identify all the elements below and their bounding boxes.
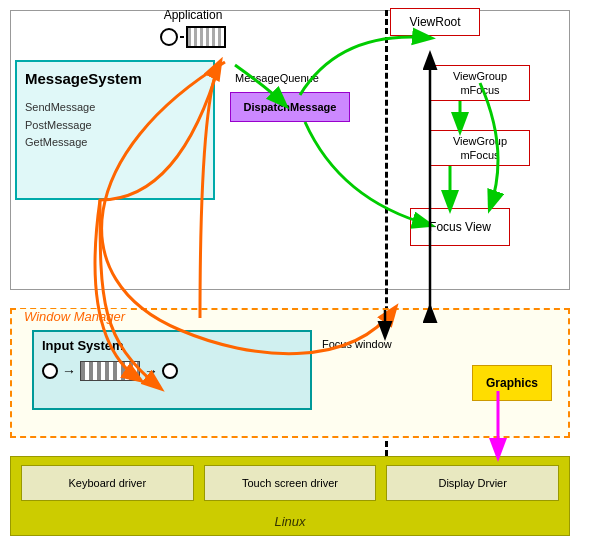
keyboard-driver-box: Keyboard driver: [21, 465, 194, 501]
message-queue-label: MessageQuenue: [235, 72, 319, 84]
input-arrow2: →: [144, 363, 158, 379]
app-rect-icon: [186, 26, 226, 48]
application-label: Application: [164, 8, 223, 22]
focus-window-label: Focus window: [322, 338, 392, 350]
app-circle-icon: [160, 28, 178, 46]
linux-section: Keyboard driver Touch screen driver Disp…: [10, 456, 570, 536]
message-system-methods: SendMessage PostMessage GetMessage: [25, 99, 205, 152]
graphics-box: Graphics: [472, 365, 552, 401]
input-small-circle: [42, 363, 58, 379]
get-message-method: GetMessage: [25, 134, 205, 152]
message-system-title: MessageSystem: [25, 70, 205, 87]
window-manager-section: Window Manager Input System → → Focus wi…: [10, 308, 570, 438]
input-system-box: Input System → →: [32, 330, 312, 410]
input-system-icons: → →: [42, 361, 302, 381]
input-system-title: Input System: [42, 338, 302, 353]
display-driver-box: Display Drvier: [386, 465, 559, 501]
viewroot-box: ViewRoot: [390, 8, 480, 36]
send-message-method: SendMessage: [25, 99, 205, 117]
viewgroup2-box: ViewGroup mFocus: [430, 130, 530, 166]
touchscreen-driver-box: Touch screen driver: [204, 465, 377, 501]
application-icon: [160, 26, 226, 48]
input-arrow: →: [62, 363, 76, 379]
input-small-circle2: [162, 363, 178, 379]
window-manager-label: Window Manager: [20, 309, 129, 324]
focus-view-box: Focus View: [410, 208, 510, 246]
diagram-container: Application MessageSystem SendMessage Po…: [0, 0, 600, 554]
post-message-method: PostMessage: [25, 117, 205, 135]
application-box: Application: [160, 8, 226, 48]
linux-label: Linux: [274, 514, 305, 529]
dispatch-message-box: DispatchMessage: [230, 92, 350, 122]
viewgroup1-box: ViewGroup mFocus: [430, 65, 530, 101]
input-striped-rect: [80, 361, 140, 381]
message-system-box: MessageSystem SendMessage PostMessage Ge…: [15, 60, 215, 200]
driver-boxes: Keyboard driver Touch screen driver Disp…: [21, 465, 559, 501]
